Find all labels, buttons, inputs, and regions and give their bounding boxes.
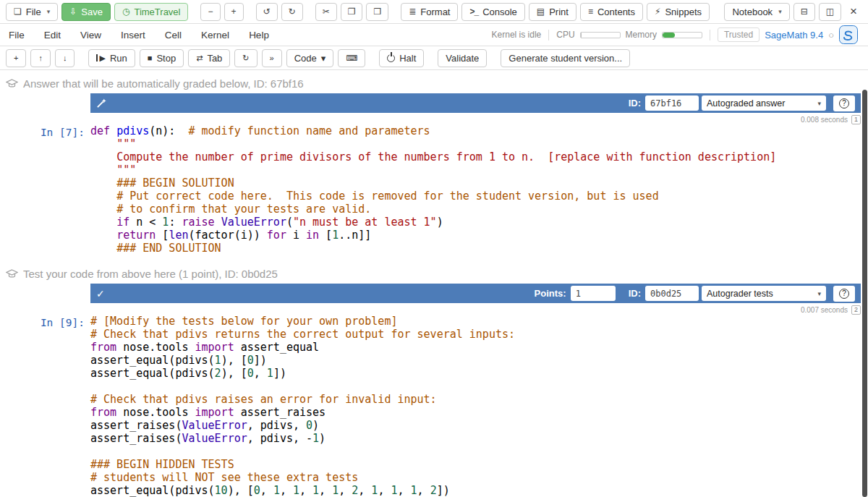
undo-button[interactable]: ↺ (256, 3, 278, 21)
cell-id-input[interactable] (645, 286, 699, 301)
close-icon: × (850, 4, 857, 19)
paste-button[interactable]: ❒ (366, 3, 388, 21)
format-icon: ≣ (409, 7, 416, 16)
status-area: Kernel is idle CPU Memory Trusted SageMa… (492, 25, 858, 44)
move-cell-down-button[interactable]: ↓ (55, 49, 75, 67)
kernel-status: Kernel is idle (492, 30, 542, 40)
nbgrader-help-button[interactable]: ? (833, 95, 855, 111)
cell-type-dropdown[interactable]: Code ▾ (286, 49, 334, 67)
printer-icon: ▤ (537, 7, 545, 16)
execution-time: 0.008 seconds (801, 116, 848, 124)
cell-type-selected-value: Autograder tests (707, 289, 773, 299)
chevron-down-icon: ▾ (47, 8, 51, 15)
vertical-scrollbar[interactable] (862, 90, 867, 497)
console-button[interactable]: >_ Console (461, 3, 524, 21)
copy-icon: ❐ (348, 7, 356, 16)
kernel-name-link[interactable]: SageMath 9.4 (765, 30, 823, 41)
run-icon: ▶ (96, 54, 105, 62)
run-cell-button[interactable]: ▶ Run (88, 49, 135, 67)
notebook-area: Answer that will be automatically graded… (0, 70, 868, 497)
redo-icon: ↻ (289, 7, 296, 16)
execution-meta: 0.008 seconds 1 (90, 113, 861, 124)
contents-button[interactable]: ≡ Contents (580, 3, 643, 21)
memory-meter (662, 32, 702, 38)
split-horizontal-button[interactable]: ⊟ (793, 3, 815, 21)
code-editor[interactable]: def pdivs(n): # modify function name and… (90, 124, 861, 255)
close-button[interactable]: × (845, 3, 862, 21)
insert-cell-button[interactable]: + (6, 49, 26, 67)
notebook-menu-button[interactable]: Notebook ▾ (724, 3, 789, 21)
execution-count-badge: 2 (851, 305, 861, 315)
menu-edit[interactable]: Edit (44, 30, 61, 41)
save-icon: ⇩ (69, 7, 77, 16)
separator (548, 30, 549, 41)
memory-label: Memory (626, 30, 657, 40)
snippets-button[interactable]: ⚡ Snippets (647, 3, 710, 21)
run-label: Run (110, 53, 127, 64)
cut-button[interactable]: ✂ (315, 3, 337, 21)
magic-wand-icon (96, 98, 107, 109)
halt-button[interactable]: Halt (379, 49, 424, 67)
nbgrader-help-button[interactable]: ? (833, 286, 855, 302)
cpu-label: CPU (556, 30, 574, 40)
increase-font-button[interactable]: + (224, 3, 244, 21)
plus-icon: + (231, 7, 237, 16)
menu-cell[interactable]: Cell (165, 30, 182, 41)
nbgrader-cell-header: ID: Autograded answer ▾ ? (90, 93, 861, 113)
sagemath-logo-icon (839, 25, 858, 44)
execution-meta: 0.007 seconds 2 (90, 303, 861, 315)
fast-forward-icon: » (270, 54, 274, 62)
keyboard-shortcuts-button[interactable]: ⌨ (338, 49, 365, 67)
clock-icon: ◷ (122, 7, 129, 16)
power-icon (387, 54, 395, 62)
graduation-cap-icon (6, 269, 18, 279)
menu-file[interactable]: File (9, 30, 25, 41)
chevron-down-icon: ▾ (817, 100, 821, 107)
nbgrader-cell-type-select[interactable]: Autograded answer ▾ (702, 95, 826, 111)
format-label: Format (420, 7, 450, 17)
cell-id-input[interactable] (645, 95, 699, 111)
check-icon: ✓ (96, 288, 105, 300)
input-prompt: In [9]: (0, 317, 85, 328)
contents-label: Contents (597, 7, 635, 17)
stop-label: Stop (156, 53, 176, 64)
save-button[interactable]: ⇩ Save (61, 3, 111, 21)
move-cell-up-button[interactable]: ↑ (30, 49, 51, 67)
stop-icon: ■ (148, 54, 153, 62)
print-button[interactable]: ▤ Print (529, 3, 576, 21)
trusted-badge: Trusted (718, 27, 760, 42)
copy-button[interactable]: ❐ (341, 3, 363, 21)
points-input[interactable] (571, 286, 616, 301)
arrow-down-icon: ↓ (63, 54, 67, 62)
format-button[interactable]: ≣ Format (401, 3, 458, 21)
stop-button[interactable]: ■ Stop (140, 49, 184, 67)
timetravel-button[interactable]: ◷ TimeTravel (114, 3, 189, 21)
separator (710, 30, 710, 41)
code-cell: In [7]: ID: Autograded answer ▾ ? (0, 93, 861, 255)
question-icon: ? (839, 289, 849, 299)
run-all-button[interactable]: » (262, 49, 282, 67)
menu-insert[interactable]: Insert (121, 30, 145, 41)
input-prompt: In [7]: (0, 127, 85, 138)
file-icon: ❏ (14, 7, 22, 16)
menu-list: File Edit View Insert Cell Kernel Help (9, 30, 269, 41)
file-menu-button[interactable]: ❏ File ▾ (6, 3, 58, 21)
code-editor[interactable]: # [Modify the tests below for your own p… (90, 315, 861, 497)
menu-kernel[interactable]: Kernel (201, 30, 229, 41)
nbgrader-heading: Test your code from above here (1 point)… (0, 255, 868, 284)
save-label: Save (81, 7, 103, 17)
plus-icon: + (14, 54, 18, 62)
nbgrader-cell-type-select[interactable]: Autograder tests ▾ (702, 286, 826, 301)
generate-student-version-button[interactable]: Generate student version... (501, 49, 630, 67)
validate-button[interactable]: Validate (438, 49, 487, 67)
redo-button[interactable]: ↻ (281, 3, 303, 21)
menu-help[interactable]: Help (249, 30, 269, 41)
split-vertical-button[interactable]: ◫ (819, 3, 841, 21)
menu-view[interactable]: View (80, 30, 101, 41)
notebook-menu-label: Notebook (732, 7, 773, 17)
tab-complete-button[interactable]: ⇄ Tab (188, 49, 230, 67)
nbgrader-cell-header: ✓ Points: ID: Autograder tests ▾ ? (90, 284, 861, 303)
execution-time: 0.007 seconds (801, 306, 848, 314)
decrease-font-button[interactable]: − (200, 3, 220, 21)
restart-kernel-button[interactable]: ↻ (234, 49, 257, 67)
